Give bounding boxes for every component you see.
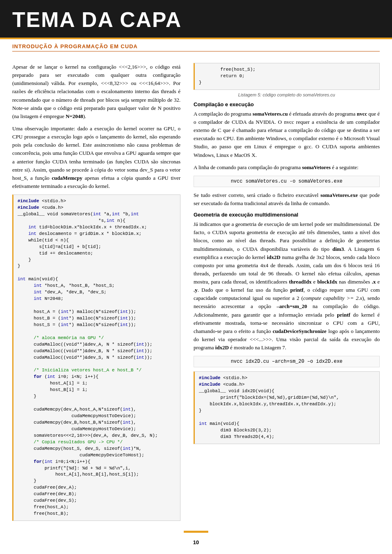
page-number: 10 (0, 535, 392, 550)
footer-accent-bar (184, 531, 208, 533)
right-para-3: Se tudo estiver correto, será criado o f… (194, 191, 380, 208)
right-para-4: Já indicamos que a geometria de execução… (194, 220, 380, 352)
section-heading: INTRODUÇÃO À PROGRAMAÇÃO EM CUDA (12, 43, 380, 51)
code-listing-left: #include <stdio.h> #include <cuda.h> __g… (12, 194, 180, 521)
listing-caption-top: Listagem 5: código completo do somaVetor… (194, 92, 380, 97)
left-column: Apesar de se lançar o kernel na configur… (0, 56, 188, 531)
right-column: free(host_S); return 0; } Listagem 5: có… (188, 56, 392, 531)
main-content: Apesar de se lançar o kernel na configur… (0, 56, 392, 531)
subsection-heading-2: Geometria de execução multidimensional (194, 212, 380, 218)
right-para-1: A compilação do programa somaVetores.cu … (194, 110, 380, 159)
command-line-1: nvcc somaVetores.cu -o somaVetores.exe (194, 176, 380, 187)
subsection-heading-1: Compilação e execução (194, 101, 380, 107)
code-listing-right-bottom: #include <stdio.h> #include <cuda.h> __g… (194, 371, 380, 444)
page-header: TEMA DA CAPA (0, 0, 392, 38)
left-para-1: Apesar de se lançar o kernel na configur… (12, 63, 180, 121)
right-para-2: A linha de comando para compilação do pr… (194, 163, 380, 172)
code-listing-right-top: free(host_S); return 0; } (194, 63, 380, 90)
page-title: TEMA DA CAPA (12, 7, 380, 32)
left-para-2: Uma observação importante: dado a execuç… (12, 125, 180, 190)
command-line-2: nvcc idx2D.cu –arch=sm_20 –o idx2D.exe (194, 356, 380, 367)
